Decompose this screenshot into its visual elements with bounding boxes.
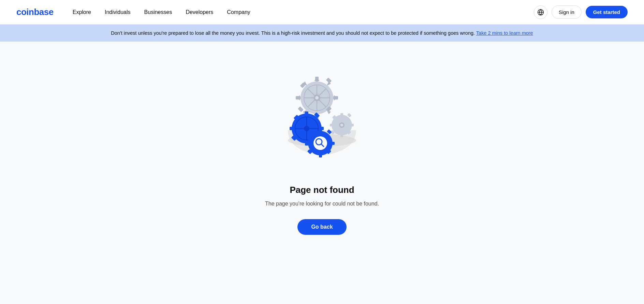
svg-rect-22	[290, 127, 294, 130]
svg-rect-10	[315, 77, 319, 81]
svg-rect-15	[326, 78, 332, 83]
nav-actions: Sign in Get started	[534, 5, 628, 19]
error-page: Page not found The page you're looking f…	[0, 42, 644, 262]
svg-rect-43	[319, 129, 322, 133]
risk-banner-text: Don't invest unless you're prepared to l…	[111, 30, 476, 36]
get-started-button[interactable]: Get started	[586, 6, 628, 18]
language-button[interactable]	[534, 5, 547, 19]
error-subtitle: The page you're looking for could not be…	[265, 199, 379, 208]
error-title: Page not found	[290, 185, 354, 195]
logo[interactable]: coinbase	[16, 7, 54, 17]
risk-banner: Don't invest unless you're prepared to l…	[0, 25, 644, 42]
nav-item-businesses[interactable]: Businesses	[144, 9, 172, 15]
svg-rect-44	[319, 153, 322, 157]
svg-rect-35	[350, 124, 354, 126]
svg-point-41	[340, 124, 343, 126]
nav-item-company[interactable]: Company	[227, 9, 250, 15]
svg-point-9	[315, 96, 319, 100]
globe-icon	[537, 9, 544, 16]
sign-in-button[interactable]: Sign in	[552, 5, 582, 19]
svg-rect-13	[333, 96, 338, 100]
svg-rect-12	[296, 96, 301, 100]
nav-item-individuals[interactable]: Individuals	[105, 9, 131, 15]
svg-rect-45	[306, 142, 310, 145]
svg-rect-37	[347, 113, 352, 118]
svg-rect-20	[305, 111, 308, 116]
svg-point-51	[313, 136, 327, 150]
large-gear	[296, 77, 338, 119]
svg-rect-16	[298, 107, 304, 112]
gears-illustration	[267, 62, 377, 171]
svg-rect-33	[340, 134, 343, 137]
gears-svg	[267, 62, 377, 171]
svg-rect-46	[331, 142, 335, 145]
navbar: coinbase Explore Individuals Businesses …	[0, 0, 644, 25]
svg-rect-32	[340, 113, 343, 117]
svg-rect-34	[330, 124, 333, 126]
nav-links: Explore Individuals Businesses Developer…	[73, 9, 534, 15]
svg-point-30	[304, 126, 309, 131]
go-back-button[interactable]: Go back	[297, 219, 346, 235]
risk-banner-link[interactable]: Take 2 mins to learn more	[476, 30, 533, 36]
nav-item-explore[interactable]: Explore	[73, 9, 91, 15]
nav-item-developers[interactable]: Developers	[186, 9, 213, 15]
